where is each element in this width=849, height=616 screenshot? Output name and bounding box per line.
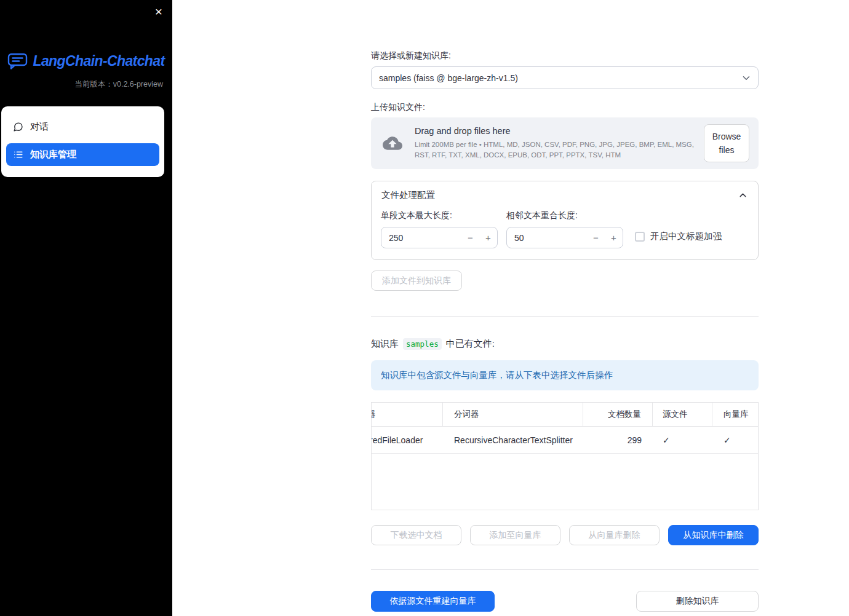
expander-header[interactable]: 文件处理配置 xyxy=(372,181,758,206)
existing-prefix: 知识库 xyxy=(371,338,399,350)
sidebar-item-label: 知识库管理 xyxy=(30,149,76,160)
chat-bubble-icon xyxy=(13,122,23,132)
overlap-length-input[interactable]: 50 − + xyxy=(506,227,623,248)
sidebar-item-dialogue[interactable]: 对话 xyxy=(6,116,159,138)
overlap-length-value[interactable]: 50 xyxy=(514,233,587,243)
table-row[interactable]: redFileLoader RecursiveCharacterTextSpli… xyxy=(372,427,758,454)
cloud-upload-icon xyxy=(380,133,405,153)
delete-from-vector-store-button[interactable]: 从向量库删除 xyxy=(569,525,660,545)
cell-doc-count[interactable]: 299 xyxy=(583,427,653,453)
cell-loader[interactable]: redFileLoader xyxy=(372,427,443,453)
sidebar-item-label: 对话 xyxy=(30,121,49,133)
download-selected-button[interactable]: 下载选中文档 xyxy=(371,525,461,545)
overlap-length-label: 相邻文本重合长度: xyxy=(506,210,623,221)
upload-label: 上传知识文件: xyxy=(371,102,759,113)
kb-name-code: samples xyxy=(403,338,442,350)
browse-files-button[interactable]: Browse files xyxy=(704,124,749,163)
plus-stepper[interactable]: + xyxy=(605,232,623,243)
delete-from-kb-button[interactable]: 从知识库中删除 xyxy=(668,525,759,545)
main-content: 请选择或新建知识库: samples (faiss @ bge-large-zh… xyxy=(371,0,759,612)
max-length-value[interactable]: 250 xyxy=(389,233,461,243)
zh-title-enhance-checkbox[interactable] xyxy=(635,232,645,242)
version-text: 当前版本：v0.2.6-preview xyxy=(0,79,172,90)
overlap-length-group: 相邻文本重合长度: 50 − + xyxy=(506,210,623,248)
chevron-down-icon xyxy=(741,73,752,84)
file-action-buttons: 下载选中文档 添加至向量库 从向量库删除 从知识库中删除 xyxy=(371,525,759,545)
dropzone-title: Drag and drop files here xyxy=(415,126,694,136)
app-logo: LangChain-Chatchat xyxy=(0,53,172,69)
chevron-up-icon xyxy=(738,190,748,200)
sidebar-menu: 对话 知识库管理 xyxy=(1,106,164,177)
col-header-vector-store[interactable]: 向量库 xyxy=(712,403,758,426)
add-to-vector-store-button[interactable]: 添加至向量库 xyxy=(470,525,560,545)
kb-action-buttons: 依据源文件重建向量库 删除知识库 xyxy=(371,591,759,612)
existing-suffix: 中已有文件: xyxy=(446,338,495,350)
table-header-row: 器 分词器 文档数量 源文件 向量库 xyxy=(372,403,758,427)
col-header-source-file[interactable]: 源文件 xyxy=(653,403,712,426)
cell-splitter[interactable]: RecursiveCharacterTextSplitter xyxy=(443,427,583,453)
delete-kb-button[interactable]: 删除知识库 xyxy=(636,591,759,612)
close-icon[interactable]: × xyxy=(153,2,165,20)
minus-stepper[interactable]: − xyxy=(587,232,605,243)
col-header-doc-count[interactable]: 文档数量 xyxy=(583,403,653,426)
cell-vector-store-check[interactable]: ✓ xyxy=(712,427,758,453)
kb-select[interactable]: samples (faiss @ bge-large-zh-v1.5) xyxy=(371,66,759,89)
plus-stepper[interactable]: + xyxy=(479,232,497,243)
kb-select-label: 请选择或新建知识库: xyxy=(371,50,759,61)
table-empty-area xyxy=(372,454,758,510)
rebuild-vector-store-button[interactable]: 依据源文件重建向量库 xyxy=(371,591,495,612)
files-table: 器 分词器 文档数量 源文件 向量库 redFileLoader Recursi… xyxy=(371,402,759,510)
cell-source-file-check[interactable]: ✓ xyxy=(653,427,712,453)
max-length-input[interactable]: 250 − + xyxy=(381,227,498,248)
zh-title-enhance-group: 开启中文标题加强 xyxy=(635,231,722,242)
expander-title: 文件处理配置 xyxy=(381,189,435,201)
list-icon xyxy=(13,149,23,160)
file-config-expander: 文件处理配置 单段文本最大长度: 250 − + 相邻文本重合长度: 50 − … xyxy=(371,181,759,260)
existing-files-heading: 知识库 samples 中已有文件: xyxy=(371,338,759,350)
max-length-group: 单段文本最大长度: 250 − + xyxy=(381,210,498,248)
dropzone-text: Drag and drop files here Limit 200MB per… xyxy=(415,126,694,161)
divider xyxy=(371,316,759,317)
add-files-to-kb-button[interactable]: 添加文件到知识库 xyxy=(371,270,462,291)
info-banner: 知识库中包含源文件与向量库，请从下表中选择文件后操作 xyxy=(371,360,759,390)
expander-body: 单段文本最大长度: 250 − + 相邻文本重合长度: 50 − + 开启中文标… xyxy=(372,206,758,259)
minus-stepper[interactable]: − xyxy=(461,232,479,243)
zh-title-enhance-label: 开启中文标题加强 xyxy=(650,231,722,242)
col-header-loader[interactable]: 器 xyxy=(372,403,443,426)
max-length-label: 单段文本最大长度: xyxy=(381,210,498,221)
col-header-splitter[interactable]: 分词器 xyxy=(443,403,583,426)
dropzone-limit-text: Limit 200MB per file • HTML, MD, JSON, C… xyxy=(415,140,694,161)
divider xyxy=(371,569,759,570)
sidebar: × LangChain-Chatchat 当前版本：v0.2.6-preview… xyxy=(0,0,172,616)
file-dropzone[interactable]: Drag and drop files here Limit 200MB per… xyxy=(371,117,759,169)
sidebar-item-knowledge-base[interactable]: 知识库管理 xyxy=(6,143,159,166)
kb-select-value: samples (faiss @ bge-large-zh-v1.5) xyxy=(379,73,518,83)
logo-icon xyxy=(7,53,28,69)
logo-title: LangChain-Chatchat xyxy=(33,53,164,69)
